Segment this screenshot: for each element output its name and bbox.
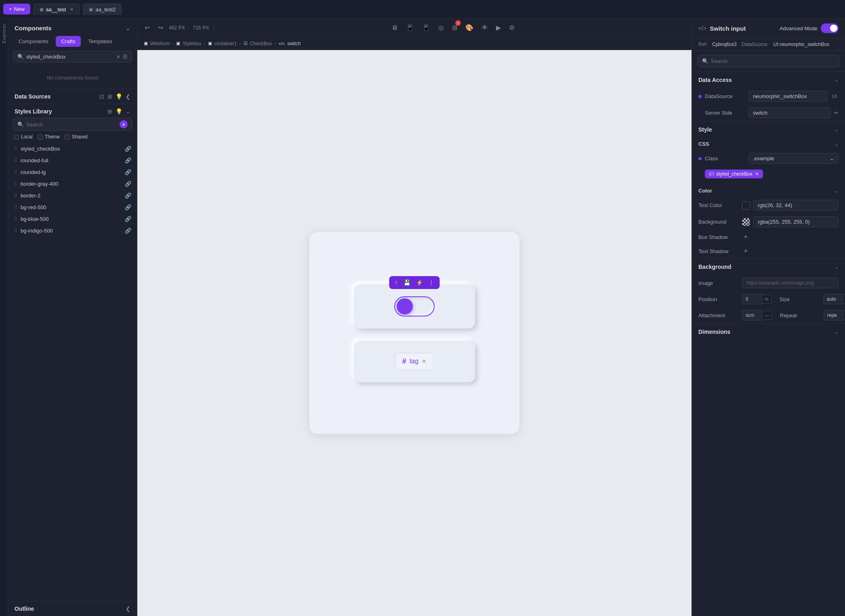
more-options-button[interactable]: ⋮ (426, 278, 437, 287)
tab-aa-test[interactable]: ▣ aa__test ✕ (34, 4, 80, 15)
repeat-input[interactable] (824, 310, 844, 321)
components-search-clear[interactable]: ✕ (116, 54, 120, 60)
styles-copy-icon[interactable]: ⊞ (107, 108, 112, 115)
tab-crafts[interactable]: Crafts (56, 36, 81, 47)
text-color-swatch[interactable] (742, 201, 750, 210)
components-collapse-icon[interactable]: ⌄ (125, 24, 130, 32)
style-item-1[interactable]: ⠿ rounded-full 🔗 (8, 155, 137, 166)
server-side-edit-icon[interactable]: ✏ (834, 110, 839, 116)
tag-close-button[interactable]: ✕ (422, 358, 427, 365)
filter-local-checkbox[interactable] (14, 134, 19, 140)
bulb-icon[interactable]: 💡 (116, 93, 122, 100)
color-title: Color (698, 188, 712, 194)
class-tag-close[interactable]: ✕ (755, 171, 759, 177)
lightning-button[interactable]: ⚡ (414, 278, 425, 287)
box-shadow-add[interactable]: + (742, 233, 750, 241)
breadcrumb-checkbox[interactable]: CheckBox (250, 41, 272, 46)
background-color-swatch[interactable] (742, 218, 750, 226)
text-shadow-add[interactable]: + (742, 247, 750, 256)
breadcrumb-stylebox[interactable]: Stylebox (183, 41, 201, 46)
style-item-6[interactable]: ⠿ bg-blue-500 🔗 (8, 213, 137, 225)
style-header[interactable]: Style ⌄ (692, 122, 845, 138)
container-icon: ▣ (208, 41, 212, 46)
breadcrumb-webform[interactable]: Webform (150, 41, 170, 46)
tablet-view-button[interactable]: 📱 (404, 22, 416, 34)
link-icon-4[interactable]: 🔗 (125, 193, 131, 199)
components-search-input[interactable] (26, 54, 114, 60)
list-view-icon[interactable]: ☰ (123, 54, 128, 60)
outline-collapse-icon[interactable]: ❮ (126, 606, 130, 612)
style-item-3[interactable]: ⠿ border-gray-400 🔗 (8, 178, 137, 190)
size-value-input[interactable] (823, 294, 843, 304)
link-icon-5[interactable]: 🔗 (125, 204, 131, 210)
link-icon-0[interactable]: 🔗 (125, 146, 131, 152)
color-subsection-header[interactable]: Color ⌄ (692, 184, 845, 197)
right-title-row: </> Switch input (698, 25, 746, 32)
new-button[interactable]: + New (3, 4, 30, 15)
tab-components[interactable]: Components (13, 36, 54, 47)
text-color-input[interactable] (753, 200, 839, 211)
undo-button[interactable]: ↩ (142, 22, 152, 33)
styles-add-button[interactable]: + (120, 120, 128, 128)
styles-bulb-icon[interactable]: 💡 (116, 108, 122, 115)
mobile-view-button[interactable]: 📱 (420, 22, 432, 34)
dimensions-header[interactable]: Dimensions ⌄ (692, 324, 845, 340)
collapse-datasource-icon[interactable]: ❮ (126, 93, 130, 100)
add-datasource-icon[interactable]: ⊞ (107, 93, 112, 100)
attachment-dash: — (762, 311, 772, 320)
datasource-ui-badge: UI (830, 94, 839, 99)
style-item-7[interactable]: ⠿ bg-indigo-500 🔗 (8, 225, 137, 237)
tab-templates[interactable]: Templates (82, 36, 118, 47)
play-button[interactable]: ▶ (494, 22, 503, 34)
link-icon-2[interactable]: 🔗 (125, 169, 131, 175)
redo-button[interactable]: ↪ (156, 22, 166, 33)
link-icon-1[interactable]: 🔗 (125, 157, 131, 163)
save-component-button[interactable]: 💾 (401, 278, 413, 287)
tab-close-1[interactable]: ✕ (70, 7, 74, 12)
style-item-2[interactable]: ⠿ rounded-lg 🔗 (8, 166, 137, 178)
desktop-view-button[interactable]: 🖥 (389, 22, 400, 34)
mask-button[interactable]: ◎ (436, 22, 446, 34)
styles-search-icon: 🔍 (17, 122, 24, 128)
link-icon-3[interactable]: 🔗 (125, 181, 131, 187)
canvas[interactable]: ↑ 💾 ⚡ ⋮ # tag ✕ (137, 50, 692, 616)
style-chevron: ⌄ (834, 127, 839, 132)
link-icon-7[interactable]: 🔗 (125, 228, 131, 234)
move-up-button[interactable]: ↑ (393, 278, 400, 287)
style-item-0[interactable]: ⠿ styled_checkBox 🔗 (8, 143, 137, 155)
data-access-header[interactable]: Data Access ⌄ (692, 72, 845, 88)
advanced-mode-toggle[interactable] (821, 23, 839, 33)
ref-row: Ref: Cpbnqltce3 DataSource: UI:neumorphi… (692, 38, 845, 51)
code-icon: </> (698, 25, 706, 31)
background-color-input[interactable] (753, 216, 839, 227)
styles-search-input[interactable] (26, 122, 117, 128)
palette-button[interactable]: 🎨 (463, 22, 475, 34)
settings-button[interactable]: ⚙ (507, 22, 517, 34)
checkbox-icon: ☑ (244, 41, 248, 46)
explorer-bar: Explorer (0, 19, 8, 616)
components-search-box: 🔍 ✕ ☰ (13, 51, 132, 63)
filter-theme-checkbox[interactable] (38, 134, 43, 140)
breadcrumb-container[interactable]: container1 (214, 41, 237, 46)
copy-icon[interactable]: ⊡ (99, 93, 104, 100)
position-value-input[interactable] (742, 294, 762, 304)
server-side-input[interactable] (748, 107, 831, 118)
datasource-input[interactable] (748, 91, 827, 102)
link-icon-6[interactable]: 🔗 (125, 216, 131, 222)
background-title: Background (698, 264, 731, 270)
bg-image-input[interactable]: https://example.com/image.png (742, 278, 839, 288)
right-search-input[interactable] (711, 58, 835, 64)
style-item-4[interactable]: ⠿ border-2 🔗 (8, 190, 137, 201)
background-header[interactable]: Background ⌄ (692, 259, 845, 275)
tab-aa-test2[interactable]: ▣ aa_test2 (83, 4, 122, 15)
filter-shared-checkbox[interactable] (65, 134, 70, 140)
class-select[interactable]: .example ⌄ (748, 153, 839, 164)
preview-button[interactable]: 👁 (479, 22, 490, 34)
breadcrumb-switch[interactable]: switch (287, 41, 301, 46)
switch-track[interactable] (394, 296, 435, 316)
css-chevron[interactable]: ⌄ (834, 141, 839, 147)
breadcrumb: ▣ Webform › ▣ Stylebox › ▣ container1 › … (137, 37, 692, 50)
styles-collapse-icon[interactable]: ⌄ (126, 108, 130, 115)
attachment-input[interactable] (742, 310, 762, 321)
style-item-5[interactable]: ⠿ bg-red-500 🔗 (8, 201, 137, 213)
